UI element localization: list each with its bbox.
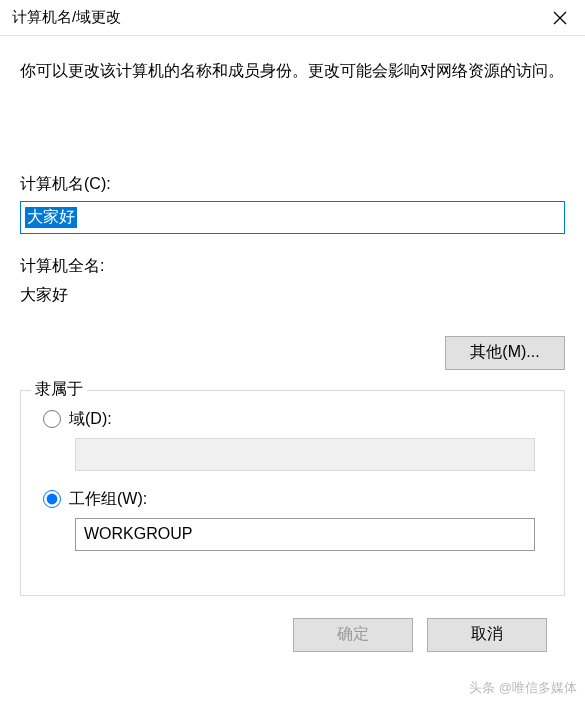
- close-button[interactable]: [535, 0, 585, 36]
- computer-name-label: 计算机名(C):: [20, 174, 565, 195]
- domain-radio[interactable]: [43, 410, 61, 428]
- domain-radio-label[interactable]: 域(D):: [69, 409, 112, 430]
- watermark-text: 头条 @唯信多媒体: [469, 679, 577, 697]
- dialog-title: 计算机名/域更改: [12, 8, 121, 27]
- description-text: 你可以更改该计算机的名称和成员身份。更改可能会影响对网络资源的访问。: [20, 58, 565, 84]
- more-button[interactable]: 其他(M)...: [445, 336, 565, 370]
- titlebar: 计算机名/域更改: [0, 0, 585, 36]
- full-name-section: 计算机全名: 大家好: [20, 256, 565, 306]
- computer-name-input[interactable]: 大家好: [20, 201, 565, 234]
- workgroup-radio[interactable]: [43, 490, 61, 508]
- computer-name-value: 大家好: [25, 207, 77, 228]
- member-of-groupbox: 隶属于 域(D): 工作组(W):: [20, 390, 565, 596]
- workgroup-input[interactable]: [75, 518, 535, 551]
- workgroup-radio-label[interactable]: 工作组(W):: [69, 489, 147, 510]
- member-of-title: 隶属于: [31, 379, 87, 400]
- close-icon: [553, 11, 567, 25]
- full-name-value: 大家好: [20, 285, 565, 306]
- cancel-button[interactable]: 取消: [427, 618, 547, 652]
- ok-button: 确定: [293, 618, 413, 652]
- dialog-content: 你可以更改该计算机的名称和成员身份。更改可能会影响对网络资源的访问。 计算机名(…: [0, 36, 585, 652]
- full-name-label: 计算机全名:: [20, 256, 565, 277]
- domain-input: [75, 438, 535, 471]
